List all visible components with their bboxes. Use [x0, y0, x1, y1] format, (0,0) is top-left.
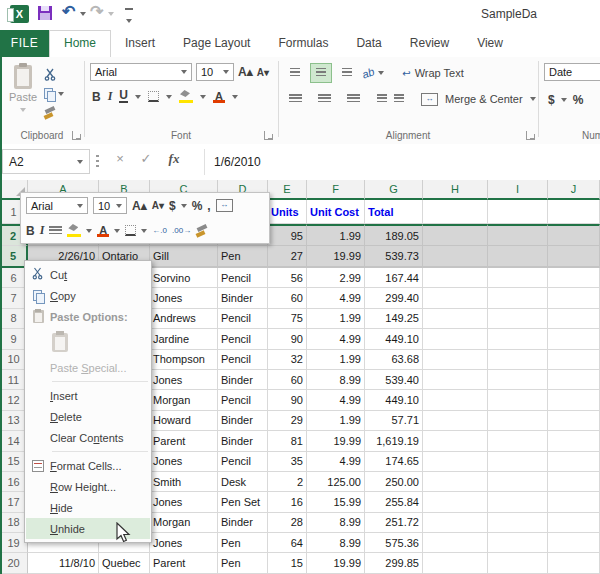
- align-right-button[interactable]: [342, 89, 364, 109]
- font-color-icon[interactable]: A: [213, 90, 225, 103]
- cell-D9[interactable]: Pencil: [218, 329, 268, 349]
- cell-D12[interactable]: Pencil: [218, 390, 268, 410]
- column-header-E[interactable]: E: [268, 180, 307, 200]
- copy-button[interactable]: [44, 84, 80, 103]
- mini-font-name-combo[interactable]: Arial: [26, 197, 88, 214]
- cell-D6[interactable]: Pencil: [218, 268, 268, 288]
- cell-G11[interactable]: 539.40: [365, 370, 423, 390]
- tab-insert[interactable]: Insert: [111, 30, 169, 57]
- font-size-combo[interactable]: 10: [196, 63, 234, 81]
- undo-dropdown-icon[interactable]: [80, 12, 86, 16]
- cell-G10[interactable]: 63.68: [365, 350, 423, 370]
- mini-grow-font-button[interactable]: A▴: [132, 199, 147, 213]
- cell-E8[interactable]: 75: [268, 309, 307, 329]
- cell-H17[interactable]: [423, 492, 488, 512]
- cell-E17[interactable]: 16: [268, 492, 307, 512]
- mini-italic-button[interactable]: I: [40, 223, 45, 238]
- cell-G18[interactable]: 251.72: [365, 513, 423, 533]
- cell-C5[interactable]: Gill: [150, 246, 218, 268]
- italic-button[interactable]: I: [108, 89, 113, 104]
- insert-function-icon[interactable]: fx: [164, 151, 184, 167]
- align-center-button[interactable]: [313, 89, 335, 109]
- fill-color-icon[interactable]: [179, 90, 193, 103]
- top-align-button[interactable]: [284, 63, 306, 83]
- row-header-20[interactable]: 20: [0, 553, 28, 573]
- cell-F5[interactable]: 19.99: [307, 246, 365, 268]
- cell-G9[interactable]: 449.10: [365, 329, 423, 349]
- cell-I6[interactable]: [488, 268, 548, 288]
- cell-I18[interactable]: [488, 513, 548, 533]
- cell-C15[interactable]: Jones: [150, 452, 218, 472]
- tab-home[interactable]: Home: [49, 30, 111, 57]
- cell-C12[interactable]: Morgan: [150, 390, 218, 410]
- format-painter-button[interactable]: [44, 103, 80, 122]
- cell-D18[interactable]: Binder: [218, 513, 268, 533]
- cell-E15[interactable]: 35: [268, 452, 307, 472]
- cell-E16[interactable]: 2: [268, 472, 307, 492]
- cell-H10[interactable]: [423, 350, 488, 370]
- cell-H16[interactable]: [423, 472, 488, 492]
- cell-G7[interactable]: 299.40: [365, 288, 423, 308]
- cell-H9[interactable]: [423, 329, 488, 349]
- cell-I11[interactable]: [488, 370, 548, 390]
- cell-F19[interactable]: 8.99: [307, 533, 365, 553]
- cell-C18[interactable]: Morgan: [150, 513, 218, 533]
- cell-J13[interactable]: [548, 411, 600, 431]
- cell-J5[interactable]: [548, 246, 600, 268]
- cell-H15[interactable]: [423, 452, 488, 472]
- cell-I12[interactable]: [488, 390, 548, 410]
- cell-C10[interactable]: Thompson: [150, 350, 218, 370]
- mini-shrink-font-button[interactable]: A▾: [152, 200, 164, 211]
- cell-I16[interactable]: [488, 472, 548, 492]
- cell-B20[interactable]: Quebec: [99, 553, 150, 573]
- cell-H18[interactable]: [423, 513, 488, 533]
- cell-D19[interactable]: Pen: [218, 533, 268, 553]
- cell-E10[interactable]: 32: [268, 350, 307, 370]
- mini-increase-decimal-button[interactable]: .00→: [172, 226, 191, 235]
- cell-H14[interactable]: [423, 431, 488, 451]
- tab-data[interactable]: Data: [342, 30, 395, 57]
- cell-H19[interactable]: [423, 533, 488, 553]
- cell-J16[interactable]: [548, 472, 600, 492]
- cell-F15[interactable]: 4.99: [307, 452, 365, 472]
- cell-J19[interactable]: [548, 533, 600, 553]
- save-icon[interactable]: [38, 6, 52, 20]
- orientation-icon[interactable]: ab: [360, 65, 376, 80]
- increase-indent-icon[interactable]: [394, 94, 404, 104]
- menu-item-format-cells[interactable]: Format Cells...: [26, 455, 150, 476]
- cell-I17[interactable]: [488, 492, 548, 512]
- cell-D16[interactable]: Desk: [218, 472, 268, 492]
- cell-D15[interactable]: Pencil: [218, 452, 268, 472]
- cell-F12[interactable]: 4.99: [307, 390, 365, 410]
- cell-I7[interactable]: [488, 288, 548, 308]
- tab-file[interactable]: FILE: [0, 30, 49, 57]
- tab-review[interactable]: Review: [396, 30, 463, 57]
- wrap-text-button[interactable]: Wrap Text: [415, 67, 464, 79]
- cell-H6[interactable]: [423, 268, 488, 288]
- cell-J7[interactable]: [548, 288, 600, 308]
- cell-F10[interactable]: 1.99: [307, 350, 365, 370]
- tab-formulas[interactable]: Formulas: [264, 30, 342, 57]
- column-header-J[interactable]: J: [548, 180, 600, 200]
- cell-D17[interactable]: Pen Set: [218, 492, 268, 512]
- cell-D14[interactable]: Binder: [218, 431, 268, 451]
- cell-F6[interactable]: 2.99: [307, 268, 365, 288]
- cell-D20[interactable]: Pen: [218, 553, 268, 573]
- cell-E9[interactable]: 90: [268, 329, 307, 349]
- mini-currency-button[interactable]: $: [169, 199, 176, 213]
- merge-center-button[interactable]: Merge & Center: [445, 93, 523, 105]
- cell-J11[interactable]: [548, 370, 600, 390]
- menu-item-cut[interactable]: Cut: [26, 264, 150, 285]
- mini-bold-button[interactable]: B: [26, 224, 35, 238]
- mini-borders-icon[interactable]: [125, 225, 136, 236]
- column-header-G[interactable]: G: [365, 180, 423, 200]
- cell-I19[interactable]: [488, 533, 548, 553]
- cell-A20[interactable]: 11/8/10: [28, 553, 99, 573]
- cell-H20[interactable]: [423, 553, 488, 573]
- menu-item-insert[interactable]: Insert: [26, 385, 150, 406]
- bottom-align-button[interactable]: [336, 63, 358, 83]
- column-header-H[interactable]: H: [423, 180, 488, 200]
- cell-E18[interactable]: 28: [268, 513, 307, 533]
- cell-I5[interactable]: [488, 246, 548, 268]
- undo-icon[interactable]: ↶: [62, 2, 75, 21]
